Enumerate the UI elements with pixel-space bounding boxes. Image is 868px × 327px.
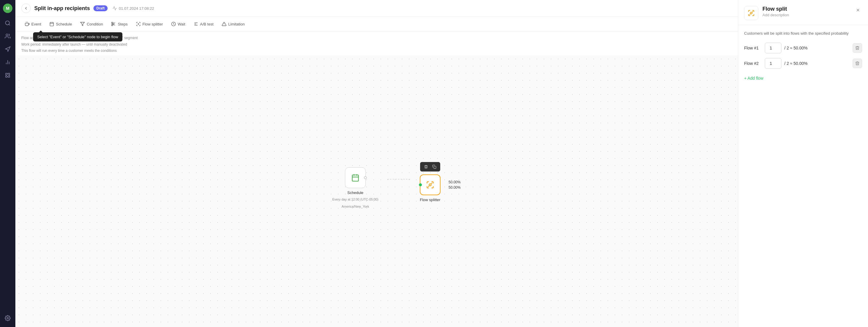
right-panel: Flow split Add description Customers wil… <box>738 0 868 327</box>
settings-sidebar-icon[interactable] <box>2 313 13 323</box>
svg-rect-15 <box>112 25 113 26</box>
svg-rect-25 <box>434 166 436 168</box>
toolbar-wait[interactable]: Wait <box>167 20 189 28</box>
schedule-node-wrapper: Schedule Every day at 12:00 (UTC-05:00) … <box>332 167 378 209</box>
draft-badge: Draft <box>93 5 107 11</box>
flow-row-2: Flow #2 / 2 ≈ 50.00% <box>744 58 862 69</box>
toolbar-condition-label: Condition <box>87 22 103 26</box>
svg-rect-14 <box>112 22 113 23</box>
percent-1: 50.00% <box>448 180 461 184</box>
splitter-node-wrapper: 50.00% 50.00% Flow splitter <box>420 174 440 202</box>
canvas-info-line2: Work period: immediately after launch — … <box>21 42 732 48</box>
toolbar-ab-test[interactable]: A/B test <box>190 20 217 28</box>
svg-marker-13 <box>81 22 85 26</box>
toolbar-wait-label: Wait <box>178 22 185 26</box>
flow-2-fraction: / 2 ≈ 50.00% <box>784 61 850 66</box>
chart-sidebar-icon[interactable] <box>2 57 13 67</box>
puzzle-sidebar-icon[interactable] <box>2 70 13 81</box>
toolbar-flow-splitter-label: Flow splitter <box>143 22 163 26</box>
toolbar-schedule[interactable]: Schedule <box>46 20 75 28</box>
toolbar-flow-splitter[interactable]: Flow splitter <box>132 20 166 28</box>
canvas-info: Flow active in the "Demonstration" brand… <box>16 31 738 55</box>
toolbar-event-label: Event <box>31 22 41 26</box>
svg-rect-20 <box>352 175 358 181</box>
panel-description: Customers will be split into flows with … <box>744 31 862 35</box>
flow-1-label: Flow #1 <box>744 46 762 50</box>
flow-2-delete-button[interactable] <box>852 59 862 68</box>
megaphone-sidebar-icon[interactable] <box>2 44 13 55</box>
schedule-node-label: Schedule <box>347 190 363 195</box>
delete-node-button[interactable] <box>423 163 430 170</box>
panel-close-button[interactable] <box>854 6 862 14</box>
page-title: Split in-app recipients <box>34 5 90 11</box>
node-action-bar <box>420 162 440 171</box>
panel-icon-box <box>744 6 758 20</box>
save-time: 01.07.2024 17:08:22 <box>119 6 154 11</box>
toolbar-steps-label: Steps <box>118 22 127 26</box>
toolbar-tooltip: Select "Event" or "Schedule" node to beg… <box>33 32 122 42</box>
flow-1-fraction: / 2 ≈ 50.00% <box>784 46 850 50</box>
splitter-node-label: Flow splitter <box>420 197 440 202</box>
toolbar-limitation[interactable]: Limitation <box>218 20 248 28</box>
connector <box>387 176 411 182</box>
copy-node-button[interactable] <box>431 163 438 170</box>
schedule-node[interactable] <box>345 167 366 188</box>
svg-point-1 <box>6 34 8 36</box>
users-sidebar-icon[interactable] <box>2 31 13 42</box>
toolbar-ab-label: A/B test <box>200 22 214 26</box>
flow-2-label: Flow #2 <box>744 61 762 66</box>
save-status: 01.07.2024 17:08:22 <box>112 6 154 11</box>
canvas-info-line1: Flow active in the "Demonstration" brand… <box>21 35 732 42</box>
percent-labels: 50.00% 50.00% <box>448 180 461 190</box>
flow-container: Schedule Every day at 12:00 (UTC-05:00) … <box>332 167 440 209</box>
panel-title: Flow split <box>763 6 850 12</box>
toolbar-limitation-label: Limitation <box>228 22 245 26</box>
svg-point-26 <box>429 184 431 186</box>
svg-point-0 <box>6 21 9 25</box>
flow-1-delete-button[interactable] <box>852 43 862 53</box>
schedule-node-sublabel2: America/New_York <box>341 205 369 209</box>
svg-rect-9 <box>50 23 54 26</box>
svg-rect-16 <box>113 23 114 25</box>
svg-point-27 <box>750 12 752 14</box>
percent-2: 50.00% <box>448 185 461 190</box>
flow-2-input[interactable] <box>765 58 781 69</box>
avatar[interactable]: M <box>3 4 12 13</box>
add-flow-label: + Add flow <box>744 76 763 81</box>
main-area: Split in-app recipients Draft 01.07.2024… <box>16 0 738 327</box>
panel-header: Flow split Add description <box>738 0 868 25</box>
schedule-conn-right <box>364 176 367 179</box>
header: Split in-app recipients Draft 01.07.2024… <box>16 0 738 17</box>
canvas[interactable]: Schedule Every day at 12:00 (UTC-05:00) … <box>16 55 738 327</box>
flow-row-1: Flow #1 / 2 ≈ 50.00% <box>744 43 862 53</box>
splitter-conn-left <box>419 183 422 186</box>
panel-title-area: Flow split Add description <box>763 6 850 17</box>
splitter-node[interactable]: 50.00% 50.00% <box>420 174 440 195</box>
toolbar: Event Schedule Condition Steps Flow spli… <box>16 17 738 31</box>
flow-1-input[interactable] <box>765 43 781 53</box>
panel-subtitle[interactable]: Add description <box>763 13 850 17</box>
toolbar-schedule-label: Schedule <box>56 22 72 26</box>
back-button[interactable] <box>21 4 31 13</box>
svg-point-5 <box>7 318 8 319</box>
toolbar-condition[interactable]: Condition <box>76 20 106 28</box>
schedule-node-sublabel1: Every day at 12:00 (UTC-05:00) <box>332 197 378 202</box>
search-sidebar-icon[interactable] <box>2 18 13 28</box>
left-sidebar: M <box>0 0 16 327</box>
toolbar-event[interactable]: Event <box>21 20 44 28</box>
canvas-info-line3: This flow will run every time a customer… <box>21 48 732 54</box>
add-flow-button[interactable]: + Add flow <box>744 74 763 83</box>
panel-body: Customers will be split into flows with … <box>738 25 868 89</box>
toolbar-steps[interactable]: Steps <box>107 20 131 28</box>
